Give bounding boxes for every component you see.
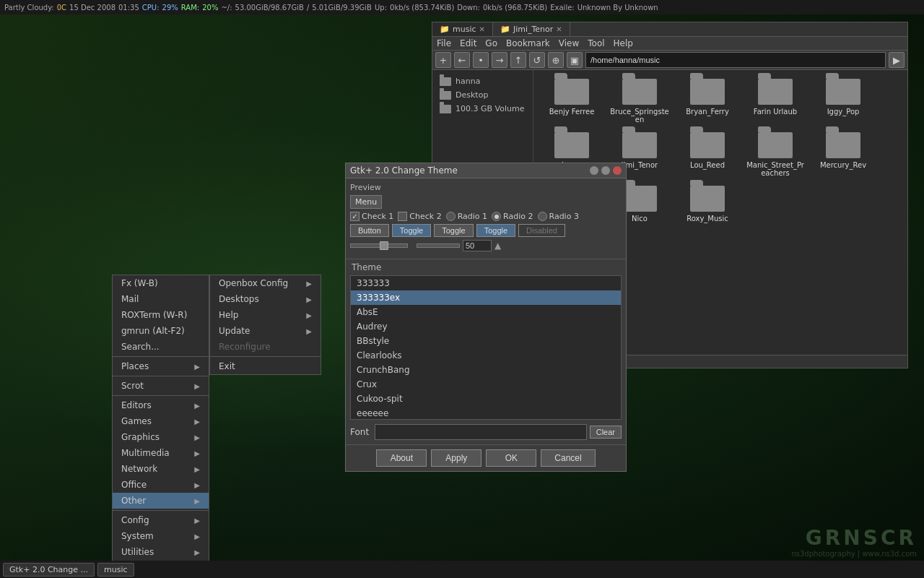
slider-track[interactable] bbox=[350, 243, 408, 248]
theme-clearlooks[interactable]: Clearlooks bbox=[351, 348, 621, 363]
sidebar-hanna[interactable]: hanna bbox=[432, 74, 533, 88]
submenu-desktops[interactable]: Desktops▶ bbox=[210, 291, 321, 307]
theme-333333ex[interactable]: 333333ex bbox=[351, 290, 621, 305]
application-menu: Fx (W-B) Mail ROXTerm (W-R) gmrun (Alt-F… bbox=[112, 275, 209, 578]
menu-help[interactable]: Help bbox=[614, 38, 633, 48]
slider-thumb[interactable] bbox=[380, 241, 388, 250]
menu-edit[interactable]: Edit bbox=[460, 38, 476, 48]
gtk-titlebar: Gtk+ 2.0 Change Theme bbox=[346, 163, 626, 178]
theme-list[interactable]: 333333 333333ex AbsE Audrey BBstyle Clea… bbox=[350, 275, 622, 420]
menu-network[interactable]: Network▶ bbox=[113, 461, 209, 477]
menu-system[interactable]: System▶ bbox=[113, 528, 209, 544]
preview-toggle1[interactable]: Toggle bbox=[392, 224, 431, 237]
folder-iggy-pop[interactable]: Iggy_Pop bbox=[811, 76, 876, 126]
about-button[interactable]: About bbox=[376, 449, 427, 467]
toolbar-home-btn[interactable]: ⊕ bbox=[548, 52, 564, 68]
theme-audrey[interactable]: Audrey bbox=[351, 319, 621, 334]
cancel-button[interactable]: Cancel bbox=[541, 449, 595, 467]
theme-333333[interactable]: 333333 bbox=[351, 276, 621, 290]
spinner-input[interactable] bbox=[463, 240, 492, 251]
close-button[interactable] bbox=[613, 166, 622, 175]
toolbar-bookmarks-btn[interactable]: ▣ bbox=[567, 52, 583, 68]
menu-places[interactable]: Places▶ bbox=[113, 358, 209, 374]
submenu-exit[interactable]: Exit bbox=[210, 358, 321, 374]
folder-benjy-ferree[interactable]: Benjy Ferree bbox=[539, 76, 604, 126]
preview-toggle3[interactable]: Toggle bbox=[476, 224, 515, 237]
clear-button[interactable]: Clear bbox=[590, 426, 622, 439]
radio1-container: Radio 1 bbox=[446, 212, 487, 221]
toolbar-forward-btn[interactable]: → bbox=[492, 52, 507, 68]
folder-roxy-music[interactable]: Roxy_Music bbox=[675, 183, 740, 225]
theme-bbstyle[interactable]: BBstyle bbox=[351, 334, 621, 348]
toolbar-go-btn[interactable]: ▶ bbox=[889, 52, 905, 68]
menu-config[interactable]: Config▶ bbox=[113, 512, 209, 528]
folder-lou-reed[interactable]: Lou_Reed bbox=[675, 129, 740, 180]
menu-view[interactable]: View bbox=[559, 38, 579, 48]
taskbar-gtk[interactable]: Gtk+ 2.0 Change ... bbox=[3, 563, 95, 577]
menu-other[interactable]: Other▶ bbox=[113, 493, 209, 509]
check2-box[interactable] bbox=[398, 212, 407, 221]
menu-file[interactable]: File bbox=[437, 38, 451, 48]
menu-mail[interactable]: Mail bbox=[113, 291, 209, 307]
tab-music[interactable]: 📁 music ✕ bbox=[432, 22, 493, 36]
folder-farin-urlaub[interactable]: Farin Urlaub bbox=[743, 76, 808, 126]
apply-button[interactable]: Apply bbox=[431, 449, 481, 467]
folder-mercury-rev[interactable]: Mercury_Rev bbox=[811, 129, 876, 180]
spinner-arrow[interactable]: ▲ bbox=[494, 241, 501, 251]
watermark-text: GRNSCR bbox=[791, 526, 917, 550]
menu-multimedia[interactable]: Multimedia▶ bbox=[113, 445, 209, 461]
menu-go[interactable]: Go bbox=[485, 38, 497, 48]
address-bar[interactable] bbox=[585, 52, 886, 68]
menu-roxterm[interactable]: ROXTerm (W-R) bbox=[113, 307, 209, 323]
font-input[interactable] bbox=[375, 424, 587, 440]
preview-button[interactable]: Button bbox=[350, 224, 389, 237]
menu-scrot[interactable]: Scrot▶ bbox=[113, 378, 209, 394]
watermark-sub: ns3dphotography | www.ns3d.com bbox=[791, 550, 917, 558]
menu-fx[interactable]: Fx (W-B) bbox=[113, 275, 209, 291]
slider-track2[interactable] bbox=[417, 243, 460, 248]
check1-box[interactable]: ✓ bbox=[350, 212, 359, 221]
check2-label: Check 2 bbox=[409, 212, 441, 221]
sidebar-hanna-label: hanna bbox=[456, 77, 480, 86]
theme-crunchbang[interactable]: CrunchBang bbox=[351, 363, 621, 377]
theme-crux[interactable]: Crux bbox=[351, 377, 621, 392]
menu-bookmark[interactable]: Bookmark bbox=[506, 38, 550, 48]
folder-bruce-springsteen[interactable]: Bruce_Springsteen bbox=[607, 76, 672, 126]
taskbar-music[interactable]: music bbox=[97, 563, 134, 577]
toolbar-back-btn[interactable]: ← bbox=[454, 52, 470, 68]
toolbar-refresh-btn[interactable]: ↺ bbox=[529, 52, 545, 68]
submenu-help[interactable]: Help▶ bbox=[210, 307, 321, 323]
tab-jimi-tenor[interactable]: 📁 Jimi_Tenor ✕ bbox=[493, 22, 570, 36]
maximize-button[interactable] bbox=[601, 166, 610, 175]
submenu-update[interactable]: Update▶ bbox=[210, 323, 321, 339]
toolbar-new-btn[interactable]: + bbox=[435, 52, 451, 68]
submenu-openbox-config[interactable]: Openbox Config▶ bbox=[210, 275, 321, 291]
preview-toggle2[interactable]: Toggle bbox=[434, 224, 473, 237]
menu-games[interactable]: Games▶ bbox=[113, 413, 209, 429]
menu-editors[interactable]: Editors▶ bbox=[113, 397, 209, 413]
temp-text: 0C bbox=[57, 4, 66, 12]
theme-cukoo-spit[interactable]: Cukoo-spit bbox=[351, 392, 621, 406]
menu-search[interactable]: Search... bbox=[113, 339, 209, 355]
close-music-tab[interactable]: ✕ bbox=[479, 25, 485, 33]
folder-manic-street[interactable]: Manic_Street_Preachers bbox=[743, 129, 808, 180]
radio1-btn[interactable] bbox=[446, 212, 456, 221]
radio2-btn[interactable] bbox=[492, 212, 501, 221]
theme-abse[interactable]: AbsE bbox=[351, 305, 621, 319]
close-jimi-tab[interactable]: ✕ bbox=[556, 25, 562, 33]
preview-menu[interactable]: Menu bbox=[350, 195, 382, 209]
sidebar-desktop[interactable]: Desktop bbox=[432, 88, 533, 102]
menu-tool[interactable]: Tool bbox=[588, 38, 604, 48]
theme-eeeeee[interactable]: eeeeee bbox=[351, 406, 621, 420]
minimize-button[interactable] bbox=[590, 166, 598, 175]
folder-bryan-ferry[interactable]: Bryan_Ferry bbox=[675, 76, 740, 126]
toolbar-stop-btn[interactable]: • bbox=[473, 52, 489, 68]
radio3-btn[interactable] bbox=[538, 212, 547, 221]
sidebar-volume[interactable]: 100.3 GB Volume bbox=[432, 102, 533, 116]
menu-gmrun[interactable]: gmrun (Alt-F2) bbox=[113, 323, 209, 339]
menu-office[interactable]: Office▶ bbox=[113, 477, 209, 493]
toolbar-up-btn[interactable]: ↑ bbox=[510, 52, 526, 68]
menu-utilities[interactable]: Utilities▶ bbox=[113, 544, 209, 560]
menu-graphics[interactable]: Graphics▶ bbox=[113, 429, 209, 445]
ok-button[interactable]: OK bbox=[486, 449, 536, 467]
